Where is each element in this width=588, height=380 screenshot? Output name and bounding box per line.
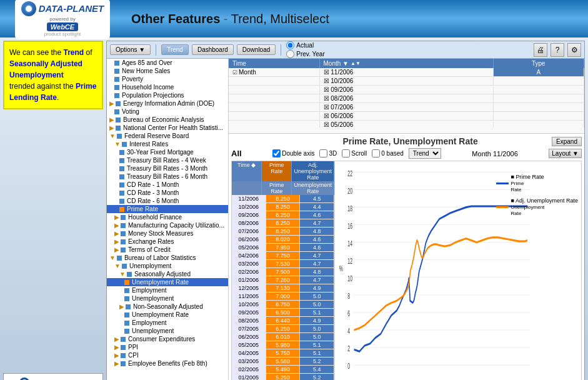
data-right: Time Month ▼ ▲▼ Type [229,59,584,380]
double-axis-checkbox[interactable] [272,149,281,158]
3d-checkbox[interactable] [319,149,327,158]
prime-23: 5.250 [266,374,301,380]
chart-row-2: 10/20068.2504.4 [232,203,334,211]
svg-text:6: 6 [347,309,350,318]
unemp-14: 5.0 [300,301,334,308]
tree-item-population[interactable]: Population Projections [107,91,228,99]
unemp-3: 4.6 [300,211,334,219]
unemp-16: 4.9 [300,317,334,324]
prev-year-label: Prev. Year [296,51,324,58]
date-cell-empty2 [229,86,320,94]
tree-item-bls[interactable]: ▼ Bureau of Labor Statistics [107,254,228,262]
tree-item-bea[interactable]: ▶ Bureau of Economic Analysis [107,116,228,124]
print-button[interactable]: 🖨 [534,43,547,57]
tree-item-hh-finance[interactable]: ▶ Household Finance [107,213,228,221]
tree-item-unemp-nsa[interactable]: Unemployment [107,327,228,335]
prime-6: 8.020 [266,236,301,243]
chart-table-header: Time ◆ Prime Rate Adj. Unemployment Rate [232,161,334,181]
trend-button[interactable]: Trend [161,44,189,55]
options-button[interactable]: Options ▼ [110,44,151,55]
webce-logo: WebCE [47,22,78,31]
tree-item-emp-benefits[interactable]: ▶ Employee Benefits (Feb 8th) [107,359,228,368]
tree-item-interest-rates[interactable]: ▼ Interest Rates [107,140,228,148]
chart-row-12: 12/20057.1304.9 [232,284,334,292]
help-button[interactable]: ? [551,43,564,57]
date-type-a: A [494,68,585,76]
date-cell-07-2006[interactable]: ☒ 07/2006 [320,103,494,111]
zero-based-checkbox[interactable] [372,149,380,158]
tree-item-energy[interactable]: ▶ Energy Information Admin (DOE) [107,99,228,108]
layout-button[interactable]: Layout ▼ [549,149,582,158]
double-axis-label: Double axis [282,150,314,157]
tree-item-employment-nsa[interactable]: Employment [107,319,228,327]
tree-item-tbill4[interactable]: Treasury Bill Rates - 4 Week [107,156,228,164]
tree-item-unemp-rate-sa[interactable]: Unemployment Rate [107,278,228,286]
tree-item-cd6m[interactable]: CD Rate - 6 Month [107,197,228,205]
time-12: 12/2005 [232,284,266,292]
time-2: 10/2006 [232,203,266,211]
prev-year-radio[interactable] [286,50,294,58]
tree-item-cd3m[interactable]: CD Rate - 3 Month [107,189,228,197]
toolbar-separator [156,44,156,56]
tree-item-money[interactable]: ▶ Money Stock Measures [107,229,228,238]
tree-item-frb[interactable]: ▼ Federal Reserve Board [107,132,228,140]
svg-text:20: 20 [347,187,352,196]
chart-date-label: Month 11/2006 [472,150,517,158]
time-15: 09/2005 [232,309,266,316]
date-cell-08-2006[interactable]: ☒ 08/2006 [320,94,494,102]
tree-item-ages[interactable]: Ages 85 and Over [107,59,228,67]
tree-item-mfg-cap[interactable]: ▶ Manufacturing Capacity Utilizatio... [107,221,228,229]
download-button[interactable]: Download [237,44,276,55]
expand-button[interactable]: Expand [552,137,582,146]
date-rows[interactable]: ☑ Month☒ 11/2006A ☒ 10/2006 ☒ 09/2006 ☒ … [229,68,584,128]
tree-item-30yr[interactable]: 30-Year Fixed Mortgage [107,148,228,156]
dashboard-button[interactable]: Dashboard [192,44,234,55]
tree-item-non-sa[interactable]: ▶ Non-Seasonally Adjusted [107,302,228,311]
tree-item-seasonally-adj[interactable]: ▼ Seasonally Adjusted [107,270,228,278]
tree-item-household-income[interactable]: Household Income [107,83,228,91]
tree-item-nchs[interactable]: ▶ National Center For Health Statisti... [107,124,228,132]
scroll-checkbox[interactable] [342,149,350,158]
toolbar-separator2 [281,44,281,56]
date-cell-05-2006[interactable]: ☒ 05/2006 [320,121,494,128]
date-cell-06-2006[interactable]: ☒ 06/2006 [320,112,494,120]
tree-item-voting[interactable]: Voting [107,108,228,116]
tree-item-poverty[interactable]: Poverty [107,75,228,83]
date-cell-empty3 [229,94,320,102]
tree-item-employment-sa[interactable]: Employment [107,286,228,294]
month-col-header[interactable]: Month ▼ ▲▼ [320,59,494,68]
date-row-2: ☒ 10/2006 [229,77,584,86]
date-cell-10-2006[interactable]: ☒ 10/2006 [320,77,494,85]
tree-item-unemployment[interactable]: ▼ Unemployment [107,262,228,270]
settings-button[interactable]: ⚙ [567,43,581,57]
tree-panel[interactable]: Ages 85 and Over New Home Sales Poverty … [107,59,229,380]
date-cell-empty4 [229,103,320,111]
prime-14: 6.750 [266,301,301,308]
time-19: 05/2005 [232,341,266,349]
tree-item-homes[interactable]: New Home Sales [107,67,228,75]
tree-item-cd1m[interactable]: CD Rate - 1 Month [107,181,228,189]
tree-item-exchange[interactable]: ▶ Exchange Rates [107,238,228,246]
tree-item-consumer-exp[interactable]: ▶ Consumer Expenditures [107,335,228,343]
tree-item-terms[interactable]: ▶ Terms of Credit [107,246,228,254]
svg-text:4: 4 [347,327,350,336]
tree-item-tbill3m[interactable]: Treasury Bill Rates - 3 Month [107,164,228,172]
data-area: Ages 85 and Over New Home Sales Poverty … [107,59,584,380]
svg-text:10: 10 [347,274,352,283]
date-cell-11-2006[interactable]: ☒ 11/2006 [320,68,494,76]
date-cell-09-2006[interactable]: ☒ 09/2006 [320,86,494,94]
tree-item-unemp-sa[interactable]: Unemployment [107,294,228,302]
chart-row-16: 08/20056.4404.9 [232,317,334,325]
trend-select[interactable]: Trend [409,148,441,159]
date-type-empty3 [494,94,585,102]
date-type-empty5 [494,112,585,120]
tree-item-prime-rate[interactable]: Prime Rate [107,205,228,213]
tree-item-cpi[interactable]: ▶ CPI [107,351,228,359]
tree-item-ppi[interactable]: ▶ PPI [107,343,228,351]
actual-radio[interactable] [286,41,294,49]
date-type-empty2 [494,86,585,94]
tree-item-tbill6m[interactable]: Treasury Bill Rates - 6 Month [107,172,228,181]
prime-16: 6.440 [266,317,301,324]
tree-item-unemp-rate-nsa[interactable]: Unemployment Rate [107,311,228,319]
sub-prime: Prime Rate [262,181,292,195]
